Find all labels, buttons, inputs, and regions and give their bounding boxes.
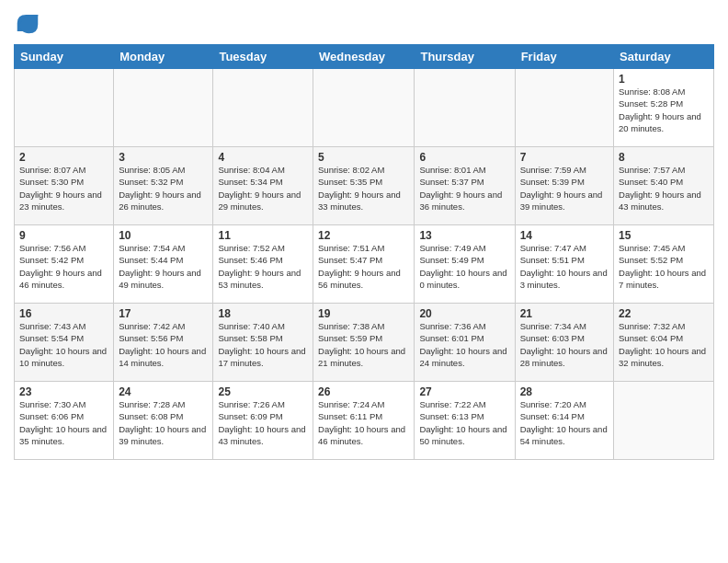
calendar-day-cell: 6Sunrise: 8:01 AM Sunset: 5:37 PM Daylig…	[415, 147, 515, 225]
calendar-day-cell: 23Sunrise: 7:30 AM Sunset: 6:06 PM Dayli…	[15, 382, 114, 460]
day-number: 6	[419, 151, 509, 164]
calendar-day-cell: 20Sunrise: 7:36 AM Sunset: 6:01 PM Dayli…	[415, 304, 515, 382]
day-number: 28	[520, 385, 609, 398]
calendar-week-row: 2Sunrise: 8:07 AM Sunset: 5:30 PM Daylig…	[15, 147, 714, 225]
day-info: Sunrise: 7:32 AM Sunset: 6:04 PM Dayligh…	[619, 320, 709, 369]
day-info: Sunrise: 7:20 AM Sunset: 6:14 PM Dayligh…	[520, 398, 609, 447]
calendar-day-cell: 27Sunrise: 7:22 AM Sunset: 6:13 PM Dayli…	[415, 382, 515, 460]
calendar-week-row: 1Sunrise: 8:08 AM Sunset: 5:28 PM Daylig…	[15, 69, 714, 147]
calendar-day-cell: 18Sunrise: 7:40 AM Sunset: 5:58 PM Dayli…	[213, 304, 313, 382]
day-info: Sunrise: 7:43 AM Sunset: 5:54 PM Dayligh…	[19, 320, 108, 369]
day-info: Sunrise: 7:54 AM Sunset: 5:44 PM Dayligh…	[119, 242, 208, 291]
header-row: SundayMondayTuesdayWednesdayThursdayFrid…	[15, 45, 714, 69]
day-info: Sunrise: 7:47 AM Sunset: 5:51 PM Dayligh…	[520, 242, 609, 291]
day-info: Sunrise: 7:26 AM Sunset: 6:09 PM Dayligh…	[218, 398, 308, 447]
weekday-header: Wednesday	[313, 45, 415, 69]
day-number: 15	[619, 229, 709, 242]
day-number: 26	[318, 385, 409, 398]
day-info: Sunrise: 7:28 AM Sunset: 6:08 PM Dayligh…	[119, 398, 208, 447]
day-info: Sunrise: 7:56 AM Sunset: 5:42 PM Dayligh…	[19, 242, 108, 291]
calendar-week-row: 23Sunrise: 7:30 AM Sunset: 6:06 PM Dayli…	[15, 382, 714, 460]
calendar-day-cell: 11Sunrise: 7:52 AM Sunset: 5:46 PM Dayli…	[213, 225, 313, 304]
day-number: 13	[419, 229, 509, 242]
calendar-body: 1Sunrise: 8:08 AM Sunset: 5:28 PM Daylig…	[15, 69, 714, 460]
day-info: Sunrise: 7:51 AM Sunset: 5:47 PM Dayligh…	[318, 242, 409, 291]
calendar-day-cell	[415, 69, 515, 147]
calendar-day-cell: 16Sunrise: 7:43 AM Sunset: 5:54 PM Dayli…	[15, 304, 114, 382]
day-info: Sunrise: 8:05 AM Sunset: 5:32 PM Dayligh…	[119, 164, 208, 213]
calendar-day-cell: 1Sunrise: 8:08 AM Sunset: 5:28 PM Daylig…	[614, 69, 714, 147]
day-info: Sunrise: 7:45 AM Sunset: 5:52 PM Dayligh…	[619, 242, 709, 291]
day-number: 9	[19, 229, 108, 242]
calendar-day-cell: 19Sunrise: 7:38 AM Sunset: 5:59 PM Dayli…	[313, 304, 415, 382]
calendar-day-cell: 7Sunrise: 7:59 AM Sunset: 5:39 PM Daylig…	[515, 147, 613, 225]
day-info: Sunrise: 7:36 AM Sunset: 6:01 PM Dayligh…	[419, 320, 509, 369]
calendar-day-cell	[15, 69, 114, 147]
calendar-day-cell: 10Sunrise: 7:54 AM Sunset: 5:44 PM Dayli…	[114, 225, 213, 304]
calendar-day-cell: 14Sunrise: 7:47 AM Sunset: 5:51 PM Dayli…	[515, 225, 613, 304]
day-number: 24	[119, 385, 208, 398]
header	[14, 9, 714, 37]
day-info: Sunrise: 7:52 AM Sunset: 5:46 PM Dayligh…	[218, 242, 308, 291]
day-number: 8	[619, 151, 709, 164]
weekday-header: Saturday	[614, 45, 714, 69]
day-info: Sunrise: 8:07 AM Sunset: 5:30 PM Dayligh…	[19, 164, 108, 213]
day-number: 12	[318, 229, 409, 242]
calendar-day-cell	[515, 69, 613, 147]
calendar-day-cell: 25Sunrise: 7:26 AM Sunset: 6:09 PM Dayli…	[213, 382, 313, 460]
day-number: 20	[419, 307, 509, 320]
calendar-day-cell	[213, 69, 313, 147]
calendar-table: SundayMondayTuesdayWednesdayThursdayFrid…	[14, 44, 714, 460]
calendar-day-cell: 24Sunrise: 7:28 AM Sunset: 6:08 PM Dayli…	[114, 382, 213, 460]
day-info: Sunrise: 7:57 AM Sunset: 5:40 PM Dayligh…	[619, 164, 709, 213]
day-number: 10	[119, 229, 208, 242]
day-info: Sunrise: 7:24 AM Sunset: 6:11 PM Dayligh…	[318, 398, 409, 447]
day-info: Sunrise: 8:01 AM Sunset: 5:37 PM Dayligh…	[419, 164, 509, 213]
calendar-day-cell: 22Sunrise: 7:32 AM Sunset: 6:04 PM Dayli…	[614, 304, 714, 382]
day-info: Sunrise: 7:59 AM Sunset: 5:39 PM Dayligh…	[520, 164, 609, 213]
day-info: Sunrise: 7:38 AM Sunset: 5:59 PM Dayligh…	[318, 320, 409, 369]
day-info: Sunrise: 7:49 AM Sunset: 5:49 PM Dayligh…	[419, 242, 509, 291]
calendar-day-cell: 12Sunrise: 7:51 AM Sunset: 5:47 PM Dayli…	[313, 225, 415, 304]
day-number: 27	[419, 385, 509, 398]
day-info: Sunrise: 7:34 AM Sunset: 6:03 PM Dayligh…	[520, 320, 609, 369]
day-number: 3	[119, 151, 208, 164]
calendar-day-cell	[313, 69, 415, 147]
day-number: 4	[218, 151, 308, 164]
day-number: 21	[520, 307, 609, 320]
calendar-day-cell	[114, 69, 213, 147]
logo	[14, 9, 45, 37]
calendar-day-cell: 26Sunrise: 7:24 AM Sunset: 6:11 PM Dayli…	[313, 382, 415, 460]
weekday-header: Tuesday	[213, 45, 313, 69]
day-info: Sunrise: 8:02 AM Sunset: 5:35 PM Dayligh…	[318, 164, 409, 213]
day-number: 17	[119, 307, 208, 320]
calendar-day-cell: 5Sunrise: 8:02 AM Sunset: 5:35 PM Daylig…	[313, 147, 415, 225]
calendar-day-cell: 9Sunrise: 7:56 AM Sunset: 5:42 PM Daylig…	[15, 225, 114, 304]
day-number: 7	[520, 151, 609, 164]
day-number: 14	[520, 229, 609, 242]
day-number: 16	[19, 307, 108, 320]
day-number: 23	[19, 385, 108, 398]
calendar-day-cell: 21Sunrise: 7:34 AM Sunset: 6:03 PM Dayli…	[515, 304, 613, 382]
calendar-day-cell	[614, 382, 714, 460]
day-number: 22	[619, 307, 709, 320]
day-number: 19	[318, 307, 409, 320]
calendar-day-cell: 3Sunrise: 8:05 AM Sunset: 5:32 PM Daylig…	[114, 147, 213, 225]
calendar-day-cell: 28Sunrise: 7:20 AM Sunset: 6:14 PM Dayli…	[515, 382, 613, 460]
day-info: Sunrise: 7:22 AM Sunset: 6:13 PM Dayligh…	[419, 398, 509, 447]
day-info: Sunrise: 8:04 AM Sunset: 5:34 PM Dayligh…	[218, 164, 308, 213]
calendar-day-cell: 15Sunrise: 7:45 AM Sunset: 5:52 PM Dayli…	[614, 225, 714, 304]
day-number: 18	[218, 307, 308, 320]
weekday-header: Sunday	[15, 45, 114, 69]
day-number: 2	[19, 151, 108, 164]
calendar-week-row: 9Sunrise: 7:56 AM Sunset: 5:42 PM Daylig…	[15, 225, 714, 304]
weekday-header: Monday	[114, 45, 213, 69]
calendar-day-cell: 17Sunrise: 7:42 AM Sunset: 5:56 PM Dayli…	[114, 304, 213, 382]
calendar-day-cell: 4Sunrise: 8:04 AM Sunset: 5:34 PM Daylig…	[213, 147, 313, 225]
logo-icon	[14, 9, 41, 37]
weekday-header: Friday	[515, 45, 613, 69]
calendar-day-cell: 8Sunrise: 7:57 AM Sunset: 5:40 PM Daylig…	[614, 147, 714, 225]
calendar-day-cell: 13Sunrise: 7:49 AM Sunset: 5:49 PM Dayli…	[415, 225, 515, 304]
day-number: 25	[218, 385, 308, 398]
day-info: Sunrise: 8:08 AM Sunset: 5:28 PM Dayligh…	[619, 86, 709, 134]
